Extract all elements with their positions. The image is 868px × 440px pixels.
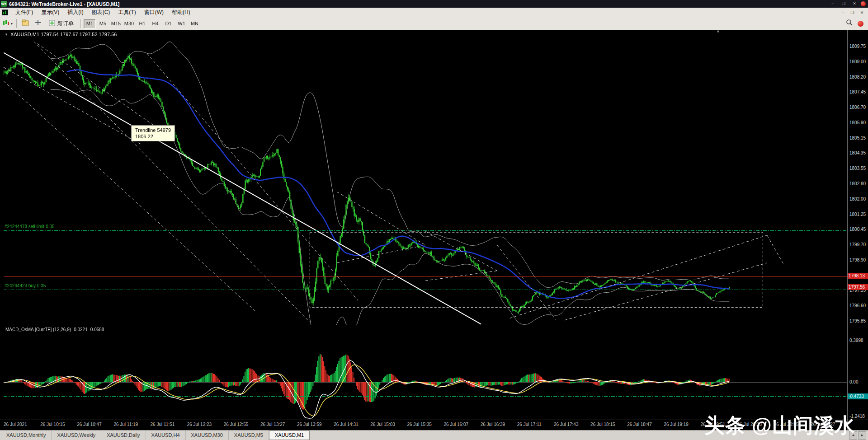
macd-indicator-canvas[interactable] <box>4 325 847 420</box>
tab-xauusd-m30[interactable]: XAUUSD,M30 <box>186 431 229 440</box>
toolbar-separator <box>80 19 81 28</box>
toolbar: ▾ 新订单 M1M5M15M30H1H4D1W1MN <box>0 17 868 30</box>
macd-level-badge: -0.4733 <box>848 393 868 399</box>
price-scale-border <box>847 30 848 430</box>
new-order-label: 新订单 <box>57 20 74 28</box>
bid-price-badge: 1797.56 <box>848 284 868 290</box>
time-axis-label: 26 Jul 12:55 <box>224 422 249 427</box>
time-axis-label: 26 Jul 16:39 <box>481 422 505 427</box>
child-window-controls: – ❐ ✕ <box>840 10 868 15</box>
macd-scale-max: 0.3998 <box>849 338 863 343</box>
timeframe-d1-button[interactable]: D1 <box>162 19 175 28</box>
one-click-trading-icon[interactable]: ▼ <box>5 33 8 37</box>
price-scale-label: 1803.55 <box>849 166 866 171</box>
child-restore-button[interactable]: ❐ <box>850 10 855 15</box>
search-icon <box>846 19 853 28</box>
tab-xauusd-daily[interactable]: XAUUSD,Daily <box>101 431 146 440</box>
price-scale-label: 1800.45 <box>849 227 866 232</box>
price-scale-label: 1809.00 <box>849 59 866 64</box>
new-chart-icon <box>3 19 10 28</box>
timeframe-h4-button[interactable]: H4 <box>149 19 161 28</box>
time-axis-label: 26 Jul 15:35 <box>407 422 432 427</box>
broker-logo-icon <box>861 1 866 6</box>
tabs-scroll-right-button[interactable]: ► <box>858 431 866 440</box>
menu-v[interactable]: 显示(V) <box>37 7 63 18</box>
watermark: 头条 @山间溪水 <box>704 412 855 439</box>
macd-indicator-label: MACD_OsMA [CurrTF] (12,26,9) -0.0221 -0.… <box>5 327 104 332</box>
close-button[interactable]: ✕ <box>852 0 857 8</box>
menu-h[interactable]: 帮助(H) <box>168 7 194 18</box>
macd-scale-zero: 0.00 <box>849 379 858 384</box>
tab-xauusd-m1[interactable]: XAUUSD,M1 <box>269 431 310 440</box>
sell-limit-order-label[interactable]: #24244478 sell limit 0.05 <box>5 224 55 229</box>
tooltip-value: 1806.22 <box>135 133 171 140</box>
child-close-button[interactable]: ✕ <box>859 10 864 15</box>
symbol-ohlc-label: ▼XAUUSD,M1 1797.54 1797.67 1797.52 1797.… <box>5 32 117 37</box>
app-icon: We <box>1 1 7 7</box>
price-scale-label: 1808.20 <box>849 75 866 80</box>
minimize-button[interactable]: – <box>830 0 835 8</box>
time-axis-label: 26 Jul 18:47 <box>627 422 652 427</box>
pane-separator[interactable] <box>0 325 868 325</box>
price-scale-label: 1802.80 <box>849 181 866 186</box>
timeframe-m1-button[interactable]: M1 <box>84 19 96 28</box>
menu-w[interactable]: 窗口(W) <box>140 7 168 18</box>
new-order-icon <box>49 20 55 28</box>
tab-xauusd-m5[interactable]: XAUUSD,M5 <box>229 431 269 440</box>
crosshair-line <box>719 30 719 420</box>
time-axis-label: 26 Jul 15:03 <box>370 422 395 427</box>
time-axis-label: 26 Jul 17:43 <box>554 422 579 427</box>
zoom-button[interactable] <box>844 18 855 29</box>
ask-price-badge: 1798.13 <box>848 273 868 279</box>
tab-xauusd-weekly[interactable]: XAUUSD,Weekly <box>52 431 101 440</box>
tab-xauusd-monthly[interactable]: XAUUSD,Monthly <box>1 431 52 440</box>
timeframe-mn-button[interactable]: MN <box>189 19 201 28</box>
menu-f[interactable]: 文件(F) <box>11 7 37 18</box>
tooltip-title: Trendline 54979 <box>135 127 171 133</box>
menu-c[interactable]: 图表(C) <box>88 7 114 18</box>
price-scale-label: 1806.70 <box>849 105 866 110</box>
record-icon[interactable] <box>858 21 863 27</box>
menu-bar: 文件(F)显示(V)插入(I)图表(C)工具(T)窗口(W)帮助(H) – ❐ … <box>0 8 868 18</box>
profiles-button[interactable] <box>19 18 31 29</box>
time-axis-label: 26 Jul 14:31 <box>334 422 359 427</box>
new-chart-button[interactable]: ▾ <box>2 18 14 29</box>
time-axis-label: 26 Jul 11:19 <box>113 422 138 427</box>
time-marker-icon: ▼ <box>716 30 720 34</box>
price-scale-label: 1805.15 <box>849 136 866 140</box>
menu-i[interactable]: 插入(I) <box>63 7 87 18</box>
main-chart-canvas[interactable] <box>4 30 847 325</box>
price-scale-label: 1809.75 <box>849 44 866 49</box>
time-axis-label: 26 Jul 16:07 <box>444 422 469 427</box>
time-axis-label: 26 Jul 18:15 <box>590 422 615 427</box>
new-order-button[interactable]: 新订单 <box>45 18 78 29</box>
menu-items: 文件(F)显示(V)插入(I)图表(C)工具(T)窗口(W)帮助(H) <box>11 7 194 18</box>
tab-xauusd-h4[interactable]: XAUUSD,H4 <box>146 431 186 440</box>
price-scale-label: 1802.00 <box>849 197 866 201</box>
maximize-button[interactable]: ❐ <box>841 0 846 8</box>
price-scale-label: 1807.45 <box>849 89 866 94</box>
time-axis-label: 26 Jul 19:19 <box>664 422 689 427</box>
menu-t[interactable]: 工具(T) <box>114 7 140 18</box>
toolbar-separator <box>16 19 17 28</box>
timeframe-m5-button[interactable]: M5 <box>97 19 109 28</box>
timeframe-m30-button[interactable]: M30 <box>123 19 135 28</box>
child-minimize-button[interactable]: – <box>840 10 845 15</box>
trendline-tooltip: Trendline 54979 1806.22 <box>131 125 175 141</box>
time-axis-label: 26 Jul 17:11 <box>517 422 542 427</box>
crosshair-button[interactable] <box>32 18 44 29</box>
price-scale-label: 1805.90 <box>849 120 866 125</box>
time-axis-label: 26 Jul 13:27 <box>260 422 285 427</box>
window-title: 6694321: WeTradeBroker-Live1 - [XAUUSD,M… <box>9 1 119 7</box>
price-scale-label: 1795.85 <box>849 318 866 323</box>
title-bar: We 6694321: WeTradeBroker-Live1 - [XAUUS… <box>0 0 868 8</box>
price-scale-label: 1796.60 <box>849 303 866 308</box>
timeframe-m15-button[interactable]: M15 <box>110 19 122 28</box>
price-scale-label: 1804.35 <box>849 150 866 155</box>
buy-order-label[interactable]: #24244923 buy 0.05 <box>5 283 46 288</box>
window-controls: – ❐ ✕ <box>830 0 857 8</box>
timeframe-w1-button[interactable]: W1 <box>175 19 188 28</box>
time-axis-label: 26 Jul 13:59 <box>297 422 322 427</box>
symbol-ohlc-text: XAUUSD,M1 1797.54 1797.67 1797.52 1797.5… <box>10 32 117 37</box>
timeframe-h1-button[interactable]: H1 <box>136 19 148 28</box>
